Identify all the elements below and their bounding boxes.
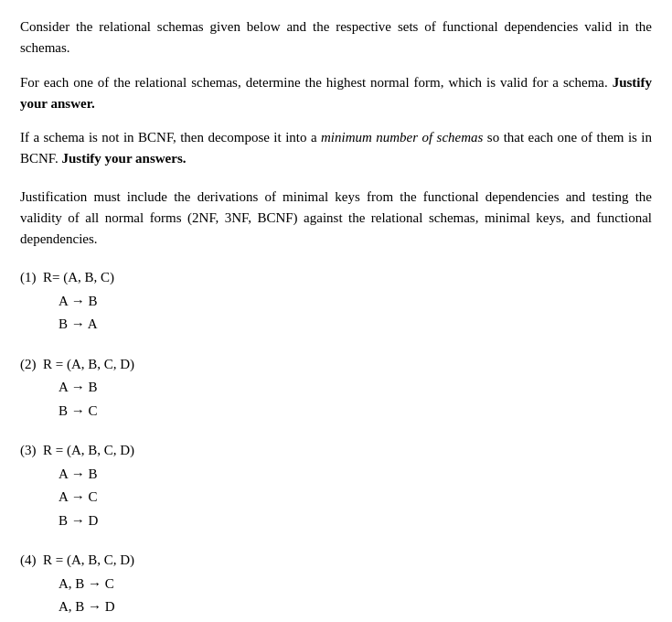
schema-4: (4) R = (A, B, C, D) A, B → C A, B → D C…	[20, 549, 652, 622]
paragraph-3: If a schema is not in BCNF, then decompo…	[20, 127, 652, 170]
para1-text: Consider the relational schemas given be…	[20, 19, 652, 55]
paragraph-2: For each one of the relational schemas, …	[20, 72, 652, 115]
schema-2-dep-1: A → B	[20, 376, 652, 400]
para3-italic: minimum number of schemas	[321, 130, 483, 145]
main-content: Consider the relational schemas given be…	[20, 16, 652, 622]
schema-1-dep-1: A → B	[20, 290, 652, 314]
schema-3-dep-3: B → D	[20, 509, 652, 533]
schema-1-header: (1) R= (A, B, C)	[20, 266, 652, 290]
schema-3-dep-1: A → B	[20, 463, 652, 487]
para3-text: If a schema is not in BCNF, then decompo…	[20, 130, 652, 166]
schema-4-dep-2: A, B → D	[20, 595, 652, 619]
schema-3-header: (3) R = (A, B, C, D)	[20, 439, 652, 463]
schema-2-dep-2: B → C	[20, 400, 652, 424]
schema-1: (1) R= (A, B, C) A → B B → A	[20, 266, 652, 337]
schema-2-header: (2) R = (A, B, C, D)	[20, 353, 652, 377]
para3-bold: Justify your answers.	[61, 151, 186, 166]
paragraph-1: Consider the relational schemas given be…	[20, 16, 652, 59]
schema-2: (2) R = (A, B, C, D) A → B B → C	[20, 353, 652, 424]
schema-1-dep-2: B → A	[20, 313, 652, 337]
para2-text: For each one of the relational schemas, …	[20, 75, 652, 111]
para4-text: Justification must include the derivatio…	[20, 189, 652, 247]
para2-bold: Justify your answer.	[20, 75, 652, 111]
schema-4-header: (4) R = (A, B, C, D)	[20, 549, 652, 573]
schema-3-dep-2: A → C	[20, 486, 652, 509]
schema-4-dep-1: A, B → C	[20, 573, 652, 596]
schema-3: (3) R = (A, B, C, D) A → B A → C B → D	[20, 439, 652, 532]
paragraph-4: Justification must include the derivatio…	[20, 187, 652, 251]
